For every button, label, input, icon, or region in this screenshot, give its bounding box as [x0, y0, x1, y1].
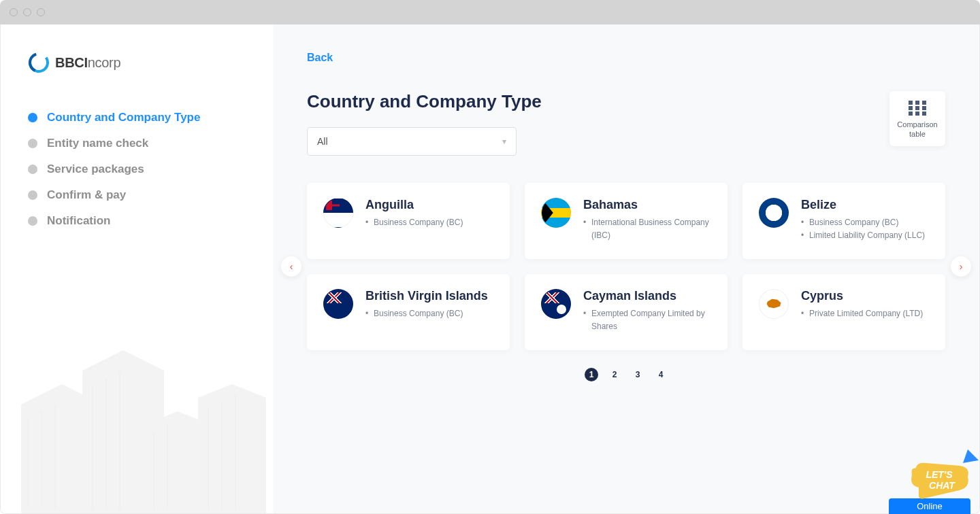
country-card[interactable]: Cayman IslandsExempted Company Limited b…	[525, 274, 728, 350]
comparison-table-button[interactable]: Comparison table	[889, 91, 945, 146]
brand-name: BBCIncorp	[55, 55, 120, 71]
filter-value: All	[317, 136, 328, 147]
pagination-page[interactable]: 4	[654, 368, 668, 381]
svg-rect-18	[909, 101, 913, 105]
step-country-company-type[interactable]: Country and Company Type	[28, 111, 246, 124]
company-type-item: Business Company (BC)	[365, 216, 463, 229]
country-card-body: CyprusPrivate Limited Company (LTD)	[801, 289, 923, 335]
company-type-item: Exempted Company Limited by Shares	[583, 307, 711, 333]
country-card[interactable]: BahamasInternational Business Company (I…	[525, 183, 728, 259]
brand-logo[interactable]: BBCIncorp	[28, 52, 246, 73]
logo-swirl-icon	[28, 52, 50, 73]
country-card[interactable]: BelizeBusiness Company (BC)Limited Liabi…	[742, 183, 945, 259]
pagination-page[interactable]: 2	[608, 368, 621, 381]
country-card[interactable]: CyprusPrivate Limited Company (LTD)	[742, 274, 945, 350]
chat-bubble-icon: LET'S CHAT	[905, 448, 970, 498]
country-flag-icon	[323, 289, 353, 319]
company-type-item: Business Company (BC)	[365, 307, 488, 320]
country-flag-icon	[541, 198, 571, 228]
step-bullet-icon	[28, 139, 37, 148]
page-title: Country and Company Type	[307, 91, 542, 112]
company-type-item: Business Company (BC)	[801, 216, 925, 229]
company-type-item: International Business Company (IBC)	[583, 216, 711, 242]
svg-text:LET'S: LET'S	[926, 469, 953, 480]
country-flag-icon	[759, 198, 789, 228]
step-label: Service packages	[47, 162, 144, 176]
step-entity-name-check[interactable]: Entity name check	[28, 137, 246, 150]
svg-rect-23	[922, 106, 926, 110]
city-skyline-illustration	[1, 316, 273, 513]
step-service-packages[interactable]: Service packages	[28, 162, 246, 176]
company-type-list: Exempted Company Limited by Shares	[583, 307, 711, 333]
svg-rect-19	[915, 101, 919, 105]
sidebar: BBCIncorp Country and Company Type Entit…	[1, 24, 273, 513]
company-type-list: Private Limited Company (LTD)	[801, 307, 923, 320]
grid-icon	[909, 101, 926, 116]
country-flag-icon	[541, 289, 571, 319]
svg-rect-24	[909, 112, 913, 116]
step-label: Entity name check	[47, 137, 148, 150]
country-cards-grid: AnguillaBusiness Company (BC)BahamasInte…	[307, 183, 945, 350]
filter-select[interactable]: All ▾	[307, 127, 517, 156]
country-flag-icon	[759, 289, 789, 319]
chat-widget[interactable]: LET'S CHAT Online	[889, 448, 970, 514]
company-type-list: International Business Company (IBC)	[583, 216, 711, 242]
svg-rect-22	[915, 106, 919, 110]
step-label: Country and Company Type	[47, 111, 200, 124]
country-card[interactable]: British Virgin IslandsBusiness Company (…	[307, 274, 510, 350]
country-name: Anguilla	[365, 198, 463, 212]
country-name: Cyprus	[801, 289, 923, 303]
company-type-item: Limited Liability Company (LLC)	[801, 229, 925, 242]
company-type-list: Business Company (BC)	[365, 216, 463, 229]
svg-rect-25	[915, 112, 919, 116]
carousel-prev-button[interactable]: ‹	[281, 256, 301, 277]
carousel-next-button[interactable]: ›	[951, 256, 971, 277]
country-name: Belize	[801, 198, 925, 212]
country-card-body: BahamasInternational Business Company (I…	[583, 198, 711, 244]
window-chrome	[0, 0, 980, 24]
chevron-left-icon: ‹	[290, 261, 293, 272]
country-name: Bahamas	[583, 198, 711, 212]
step-notification[interactable]: Notification	[28, 214, 246, 228]
window-close-dot[interactable]	[10, 8, 18, 16]
step-label: Confirm & pay	[47, 188, 126, 202]
company-type-item: Private Limited Company (LTD)	[801, 307, 923, 320]
svg-rect-20	[922, 101, 926, 105]
country-card-body: AnguillaBusiness Company (BC)	[365, 198, 463, 244]
pagination: 1234	[307, 368, 945, 381]
step-bullet-icon	[28, 113, 37, 122]
svg-marker-27	[963, 449, 979, 463]
window-max-dot[interactable]	[37, 8, 45, 16]
pagination-page[interactable]: 1	[585, 368, 598, 381]
step-bullet-icon	[28, 165, 37, 174]
company-type-list: Business Company (BC)Limited Liability C…	[801, 216, 925, 242]
svg-rect-21	[909, 106, 913, 110]
main-content: Back Country and Company Type All ▾	[273, 24, 979, 513]
step-bullet-icon	[28, 216, 37, 226]
country-flag-icon	[323, 198, 353, 228]
svg-text:CHAT: CHAT	[929, 480, 956, 491]
step-confirm-pay[interactable]: Confirm & pay	[28, 188, 246, 202]
country-card-body: Cayman IslandsExempted Company Limited b…	[583, 289, 711, 335]
comparison-label: Comparison table	[896, 120, 938, 139]
svg-rect-26	[922, 112, 926, 116]
country-name: British Virgin Islands	[365, 289, 488, 303]
pagination-page[interactable]: 3	[631, 368, 644, 381]
window-min-dot[interactable]	[23, 8, 31, 16]
chevron-down-icon: ▾	[502, 137, 506, 146]
chevron-right-icon: ›	[960, 261, 963, 272]
country-card-body: British Virgin IslandsBusiness Company (…	[365, 289, 488, 335]
country-name: Cayman Islands	[583, 289, 711, 303]
country-card-body: BelizeBusiness Company (BC)Limited Liabi…	[801, 198, 925, 244]
country-card[interactable]: AnguillaBusiness Company (BC)	[307, 183, 510, 259]
back-link[interactable]: Back	[307, 52, 333, 64]
company-type-list: Business Company (BC)	[365, 307, 488, 320]
step-bullet-icon	[28, 190, 37, 200]
step-label: Notification	[47, 214, 111, 228]
wizard-steps: Country and Company Type Entity name che…	[28, 111, 246, 228]
